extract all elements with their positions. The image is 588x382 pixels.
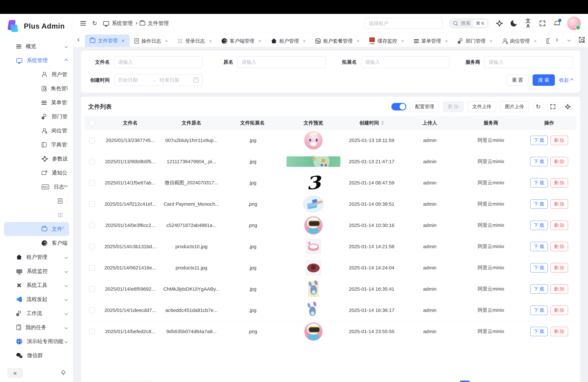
file-upload-button[interactable]: 文件上传 (467, 101, 496, 112)
forward-pages-button[interactable]: » (553, 381, 562, 382)
row-checkbox[interactable] (89, 180, 95, 186)
sidebar-item-role-management[interactable]: 角色管理 (0, 82, 73, 96)
delete-row-button[interactable]: 删 除 (550, 221, 568, 230)
config-management-button[interactable]: 配置管理 (410, 101, 439, 112)
close-icon[interactable]: × (258, 38, 261, 44)
sidebar-collapse-button[interactable]: « (7, 368, 23, 378)
table-settings-button[interactable] (562, 101, 573, 112)
page-button-3[interactable]: 3 (483, 381, 494, 382)
original-name-input[interactable] (237, 56, 326, 68)
sidebar-item-menu-management[interactable]: 菜单管理 (0, 96, 73, 110)
sidebar-item-system-monitor[interactable]: 系统监控 (0, 264, 73, 278)
download-button[interactable]: 下 载 (530, 157, 548, 166)
sidebar-item-wechat-group[interactable]: 微信群 (0, 348, 73, 362)
next-page-button[interactable]: › (542, 381, 551, 382)
tab-tenant-management[interactable]: 租户管理× (266, 35, 311, 47)
tab-client-management[interactable]: 客户端管理× (217, 35, 266, 47)
back-pages-button[interactable]: « (438, 381, 447, 382)
content-fullscreen-button[interactable] (575, 33, 588, 47)
close-icon[interactable]: × (209, 38, 212, 44)
page-button-2[interactable]: 2 (471, 381, 482, 382)
tab-file-management[interactable]: 文件管理× (85, 35, 129, 47)
tab-cache-monitor[interactable]: redis缓存监控× (364, 35, 409, 47)
select-all-checkbox[interactable] (89, 120, 95, 126)
refresh-icon[interactable]: ↻ (92, 21, 97, 26)
sidebar-item-operation-log[interactable]: 操作日志 (0, 194, 73, 208)
close-icon[interactable]: × (165, 38, 168, 44)
table-refresh-button[interactable]: ↻ (533, 101, 544, 112)
sidebar-item-notice[interactable]: 通知公告 (0, 166, 73, 180)
delete-row-button[interactable]: 删 除 (550, 327, 568, 336)
sidebar-item-dept-management[interactable]: 部门管理 (0, 110, 73, 124)
file-name-input[interactable] (114, 56, 203, 68)
close-icon[interactable]: × (357, 38, 359, 44)
row-checkbox[interactable] (89, 201, 95, 207)
preview-image[interactable] (287, 156, 340, 167)
sidebar-item-user-management[interactable]: 用户管理 (0, 67, 73, 82)
row-checkbox[interactable] (89, 307, 95, 313)
page-button-4[interactable]: 4 (495, 381, 505, 382)
fullscreen-button[interactable] (538, 19, 546, 27)
close-icon[interactable]: × (445, 38, 448, 44)
close-icon[interactable]: × (122, 38, 125, 43)
download-button[interactable]: 下 载 (530, 263, 548, 273)
sidebar-item-tenant-management[interactable]: 租户管理 (0, 250, 73, 264)
download-button[interactable]: 下 载 (530, 136, 548, 145)
sidebar-item-flow-start[interactable]: 流程发起 (0, 292, 73, 306)
search-button[interactable]: 搜 索 (533, 74, 555, 86)
tenant-select-input[interactable] (364, 18, 442, 29)
row-checkbox[interactable] (89, 286, 95, 292)
language-button[interactable]: 文A (524, 19, 532, 27)
sidebar-item-system-management[interactable]: 系统管理 (0, 53, 73, 67)
row-checkbox[interactable] (89, 137, 95, 143)
delete-row-button[interactable]: 删 除 (550, 284, 568, 294)
preview-image[interactable] (307, 302, 320, 318)
preview-image[interactable] (304, 322, 323, 341)
download-button[interactable]: 下 载 (530, 199, 548, 209)
page-button-1[interactable]: 1 (460, 381, 470, 382)
sidebar-item-log-management[interactable]: DEV日志管理 (0, 180, 73, 194)
page-button-6[interactable]: 6 (518, 381, 529, 382)
preview-image[interactable] (303, 196, 324, 212)
sidebar-item-demo-features[interactable]: 演示站专用功能 (0, 335, 73, 348)
sidebar-item-overview[interactable]: 概览 (0, 39, 73, 53)
preview-image[interactable]: 3 (302, 173, 325, 192)
preview-image[interactable] (308, 281, 319, 297)
tab-tenant-package[interactable]: 租户套餐管理× (311, 35, 364, 47)
settings-button[interactable] (495, 19, 504, 27)
row-checkbox[interactable] (89, 265, 95, 271)
date-range-input[interactable]: 开始日期→结束日期 (114, 74, 203, 86)
border-toggle[interactable] (391, 103, 406, 110)
close-icon[interactable]: × (401, 38, 404, 44)
dark-mode-button[interactable] (510, 19, 518, 27)
close-icon[interactable]: × (303, 38, 306, 44)
preview-image[interactable] (306, 260, 321, 276)
download-button[interactable]: 下 载 (530, 327, 548, 336)
notifications-button[interactable] (553, 19, 561, 27)
tabs-scroll-right-button[interactable] (550, 33, 563, 47)
preview-image[interactable] (304, 216, 323, 234)
tab-dept-management[interactable]: 部门管理× (453, 35, 498, 47)
delete-row-button[interactable]: 删 除 (550, 157, 568, 166)
delete-row-button[interactable]: 删 除 (550, 306, 568, 315)
download-button[interactable]: 下 载 (530, 306, 548, 315)
delete-row-button[interactable]: 删 除 (550, 199, 568, 209)
delete-row-button[interactable]: 删 除 (550, 263, 568, 273)
download-button[interactable]: 下 载 (530, 221, 548, 230)
previous-page-button[interactable]: ‹ (449, 381, 458, 382)
last-page-button[interactable]: › (564, 381, 573, 382)
tabs-scroll-left-button[interactable] (73, 33, 85, 47)
sidebar-item-system-tools[interactable]: 系统工具 (0, 278, 73, 292)
collapse-filters-link[interactable]: 收起 (559, 77, 573, 84)
page-button-5[interactable]: 5 (507, 381, 517, 382)
download-button[interactable]: 下 载 (530, 242, 548, 251)
download-button[interactable]: 下 载 (530, 178, 548, 188)
reset-button[interactable]: 重 置 (507, 74, 528, 86)
row-checkbox[interactable] (89, 244, 95, 250)
sidebar-item-client-management[interactable]: 客户端管理 (0, 236, 73, 250)
page-button-7[interactable]: 7 (530, 381, 541, 382)
hamburger-menu-icon[interactable] (80, 21, 86, 25)
tab-post-management[interactable]: 岗位管理× (497, 35, 542, 47)
sidebar-item-param-settings[interactable]: 参数设置 (0, 152, 73, 166)
delete-row-button[interactable]: 删 除 (550, 178, 568, 188)
